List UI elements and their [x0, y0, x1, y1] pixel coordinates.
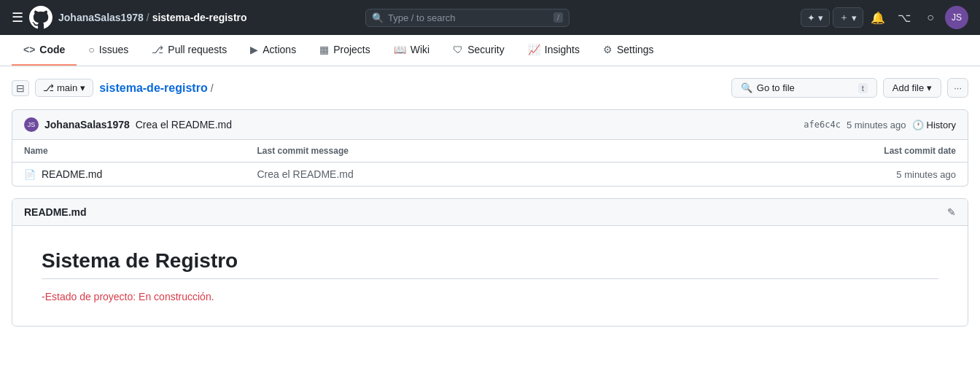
readme-heading: Sistema de Registro — [42, 249, 938, 279]
breadcrumb-right: 🔍 Go to file t Add file ▾ ··· — [731, 78, 968, 98]
commit-right: afe6c4c 5 minutes ago 🕐 History — [804, 120, 956, 130]
more-options-button[interactable]: ··· — [947, 78, 968, 98]
commit-author[interactable]: JohanaSalas1978 — [44, 119, 130, 130]
branch-button[interactable]: ⎇ main ▾ — [35, 79, 93, 97]
table-row: 📄 README.md Crea el README.md 5 minutes … — [12, 163, 968, 186]
col-date-header: Last commit date — [723, 146, 957, 156]
issues-tab-icon: ○ — [88, 44, 94, 55]
tab-insights[interactable]: 📈 Insights — [516, 35, 591, 66]
search-bar[interactable]: 🔍 Type / to search / — [365, 9, 569, 27]
plus-icon: ＋ — [839, 11, 849, 24]
nav-sep: / — [147, 12, 149, 23]
col-commit-header: Last commit message — [257, 146, 723, 156]
security-tab-icon: 🛡 — [453, 44, 463, 55]
tab-settings-label: Settings — [617, 44, 654, 55]
notifications-icon[interactable]: 🔔 — [866, 6, 890, 29]
sidebar-toggle[interactable]: ⊟ — [12, 80, 29, 96]
commit-left: JS JohanaSalas1978 Crea el README.md — [24, 117, 232, 132]
file-link[interactable]: README.md — [42, 168, 102, 180]
tab-pull-requests[interactable]: ⎇ Pull requests — [140, 35, 238, 66]
tab-wiki-label: Wiki — [411, 44, 429, 55]
issues-icon[interactable]: ○ — [919, 6, 942, 29]
path-separator: / — [211, 82, 214, 94]
pr-tab-icon: ⎇ — [152, 44, 163, 55]
commit-message: Crea el README.md — [136, 119, 232, 130]
search-kbd: / — [553, 12, 563, 23]
col-name-header: Name — [24, 146, 257, 156]
file-commit-cell: Crea el README.md — [257, 168, 723, 180]
new-chevron: ▾ — [852, 12, 857, 23]
pull-requests-icon[interactable]: ⌥ — [892, 6, 916, 29]
tab-code-label: Code — [39, 44, 65, 55]
history-icon: 🕐 — [912, 120, 924, 130]
repo-path-link[interactable]: sistema-de-registro — [99, 82, 208, 95]
settings-tab-icon: ⚙ — [603, 44, 612, 55]
wiki-tab-icon: 📖 — [394, 44, 406, 55]
branch-label: main — [57, 82, 77, 93]
commit-hash[interactable]: afe6c4c — [804, 120, 841, 130]
hamburger-icon[interactable]: ☰ — [12, 9, 23, 26]
add-file-chevron: ▾ — [927, 82, 932, 93]
more-icon: ··· — [954, 82, 962, 93]
readme-section: README.md ✎ Sistema de Registro -Estado … — [12, 198, 968, 327]
file-table-header: Name Last commit message Last commit dat… — [12, 140, 968, 163]
readme-status: -Estado de proyecto: En construcción. — [42, 291, 938, 302]
edit-icon[interactable]: ✎ — [947, 206, 956, 218]
nav-breadcrumb: JohanaSalas1978 / sistema-de-registro — [58, 12, 247, 23]
code-tab-icon: <> — [23, 44, 35, 55]
new-button[interactable]: ＋ ▾ — [833, 7, 863, 28]
repo-path: sistema-de-registro / — [99, 82, 213, 95]
file-name-cell: 📄 README.md — [24, 168, 257, 180]
history-label: History — [927, 120, 956, 130]
goto-kbd: t — [858, 83, 868, 93]
goto-file-label: Go to file — [757, 82, 795, 93]
commit-time: 5 minutes ago — [847, 120, 906, 130]
search-icon: 🔍 — [372, 12, 384, 23]
file-commit-link[interactable]: Crea el README.md — [257, 168, 354, 180]
branch-chevron: ▾ — [80, 82, 85, 93]
repo-tabs: <> Code ○ Issues ⎇ Pull requests ▶ Actio… — [0, 35, 980, 66]
tab-security[interactable]: 🛡 Security — [441, 35, 516, 66]
tab-issues-label: Issues — [99, 44, 128, 55]
avatar[interactable]: JS — [945, 6, 968, 29]
file-icon: 📄 — [24, 169, 36, 180]
file-table: Name Last commit message Last commit dat… — [12, 140, 968, 187]
branch-icon: ⎇ — [43, 82, 54, 93]
tab-security-label: Security — [467, 44, 505, 55]
projects-tab-icon: ▦ — [319, 44, 329, 55]
copilot-button[interactable]: ✦ ▾ — [801, 9, 830, 27]
tab-wiki[interactable]: 📖 Wiki — [382, 35, 441, 66]
file-date-cell: 5 minutes ago — [723, 169, 957, 180]
history-link[interactable]: 🕐 History — [912, 120, 956, 130]
tab-actions[interactable]: ▶ Actions — [238, 35, 308, 66]
tab-projects[interactable]: ▦ Projects — [308, 35, 382, 66]
readme-header: README.md ✎ — [12, 199, 968, 226]
commit-bar: JS JohanaSalas1978 Crea el README.md afe… — [12, 109, 968, 140]
add-file-label: Add file — [892, 82, 924, 93]
nav-repo[interactable]: sistema-de-registro — [152, 12, 247, 23]
breadcrumb-left: ⊟ ⎇ main ▾ sistema-de-registro / — [12, 79, 214, 97]
search-goto-icon: 🔍 — [741, 82, 752, 93]
breadcrumb-row: ⊟ ⎇ main ▾ sistema-de-registro / 🔍 Go to… — [12, 78, 968, 98]
tab-insights-label: Insights — [545, 44, 580, 55]
goto-file-button[interactable]: 🔍 Go to file t — [731, 78, 877, 98]
commit-avatar: JS — [24, 117, 39, 132]
readme-title: README.md — [24, 206, 87, 218]
add-file-button[interactable]: Add file ▾ — [883, 78, 941, 98]
insights-tab-icon: 📈 — [528, 44, 540, 55]
tab-pr-label: Pull requests — [168, 44, 227, 55]
tab-code[interactable]: <> Code — [12, 35, 77, 66]
nav-right: ✦ ▾ ＋ ▾ 🔔 ⌥ ○ JS — [801, 6, 968, 29]
readme-body: Sistema de Registro -Estado de proyecto:… — [12, 226, 968, 326]
tab-actions-label: Actions — [262, 44, 296, 55]
nav-owner[interactable]: JohanaSalas1978 — [58, 12, 144, 23]
copilot-chevron: ▾ — [818, 12, 823, 23]
tab-settings[interactable]: ⚙ Settings — [591, 35, 666, 66]
copilot-icon: ✦ — [807, 12, 815, 23]
nav-left: ☰ JohanaSalas1978 / sistema-de-registro — [12, 6, 247, 29]
tab-issues[interactable]: ○ Issues — [77, 35, 140, 66]
tab-projects-label: Projects — [333, 44, 370, 55]
actions-tab-icon: ▶ — [250, 44, 258, 55]
search-placeholder: Type / to search — [388, 12, 549, 23]
github-logo-icon[interactable] — [29, 6, 52, 29]
